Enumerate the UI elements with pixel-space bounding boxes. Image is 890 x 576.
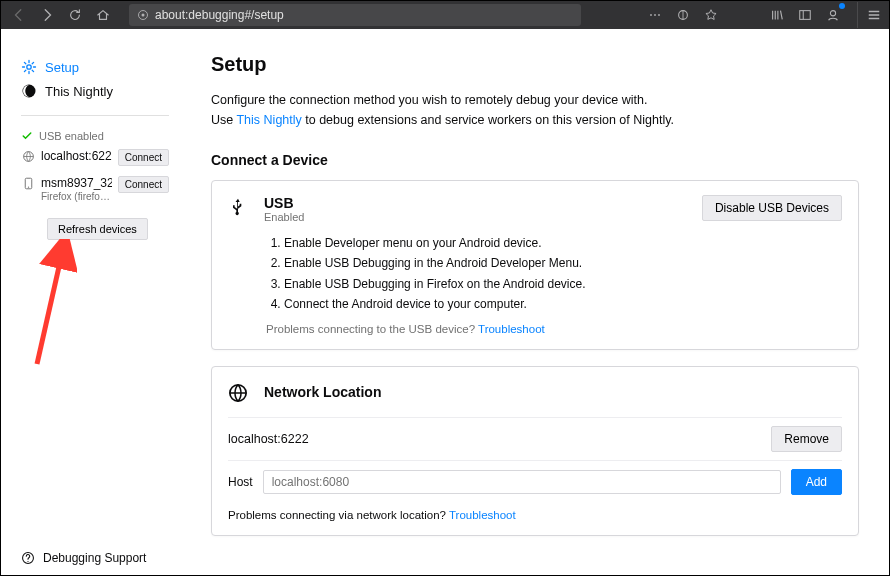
svg-rect-3 bbox=[800, 11, 811, 20]
globe-icon bbox=[228, 381, 250, 403]
usb-troubleshoot-link[interactable]: Troubleshoot bbox=[478, 323, 545, 335]
usb-status-text: USB enabled bbox=[39, 130, 104, 142]
check-icon bbox=[21, 130, 33, 142]
host-label: Host bbox=[228, 475, 253, 489]
disable-usb-button[interactable]: Disable USB Devices bbox=[702, 195, 842, 221]
device-name: msm8937_32go bbox=[41, 176, 112, 190]
debugging-support-link[interactable]: Debugging Support bbox=[21, 551, 146, 565]
url-bar[interactable]: about:debugging#/setup bbox=[129, 4, 581, 26]
library-icon[interactable] bbox=[767, 5, 787, 25]
usb-step: Connect the Android device to your compu… bbox=[284, 294, 842, 314]
back-button[interactable] bbox=[7, 3, 31, 27]
sidebar-item-nightly[interactable]: This Nightly bbox=[21, 79, 169, 103]
toolbar-right: ⋯ bbox=[645, 2, 883, 28]
reader-icon[interactable] bbox=[673, 5, 693, 25]
reload-button[interactable] bbox=[63, 3, 87, 27]
bookmark-star-icon[interactable] bbox=[701, 5, 721, 25]
usb-step: Enable USB Debugging in the Android Deve… bbox=[284, 253, 842, 273]
intro-text: Configure the connection method you wish… bbox=[211, 90, 859, 130]
svg-point-5 bbox=[27, 65, 31, 69]
sidebar-divider bbox=[21, 115, 169, 116]
main-content: Setup Configure the connection method yo… bbox=[181, 29, 889, 576]
help-icon bbox=[21, 551, 35, 565]
network-add-row: Host Add bbox=[228, 460, 842, 503]
network-title: Network Location bbox=[264, 384, 842, 400]
usb-sub: Enabled bbox=[264, 211, 688, 223]
forward-button[interactable] bbox=[35, 3, 59, 27]
browser-toolbar: about:debugging#/setup ⋯ bbox=[1, 1, 889, 29]
usb-footnote: Problems connecting to the USB device? T… bbox=[266, 323, 842, 335]
svg-point-4 bbox=[830, 11, 835, 16]
usb-step: Enable Developer menu on your Android de… bbox=[284, 233, 842, 253]
network-host: localhost:6222 bbox=[228, 432, 761, 446]
sidebar: Setup This Nightly USB enabled localhost… bbox=[1, 29, 181, 576]
this-nightly-link[interactable]: This Nightly bbox=[236, 113, 301, 127]
network-card: Network Location localhost:6222 Remove H… bbox=[211, 366, 859, 536]
phone-icon bbox=[21, 176, 35, 190]
connect-heading: Connect a Device bbox=[211, 152, 859, 168]
globe-icon bbox=[21, 149, 35, 163]
sidebar-device-localhost[interactable]: localhost:6222 Connect bbox=[21, 144, 169, 171]
network-troubleshoot-link[interactable]: Troubleshoot bbox=[449, 509, 516, 521]
firefox-icon bbox=[137, 9, 149, 21]
remove-location-button[interactable]: Remove bbox=[771, 426, 842, 452]
svg-line-10 bbox=[37, 249, 63, 364]
device-sub: Firefox (firefox-debugge… bbox=[41, 191, 112, 203]
svg-point-1 bbox=[142, 14, 145, 17]
network-footnote: Problems connecting via network location… bbox=[228, 509, 842, 521]
usb-title: USB bbox=[264, 195, 688, 211]
network-location-row: localhost:6222 Remove bbox=[228, 417, 842, 460]
svg-point-12 bbox=[27, 561, 28, 562]
url-text: about:debugging#/setup bbox=[155, 8, 284, 22]
usb-steps: Enable Developer menu on your Android de… bbox=[266, 233, 842, 315]
refresh-devices-button[interactable]: Refresh devices bbox=[47, 218, 148, 240]
connect-button[interactable]: Connect bbox=[118, 176, 169, 193]
usb-icon bbox=[228, 195, 250, 217]
add-location-button[interactable]: Add bbox=[791, 469, 842, 495]
svg-point-9 bbox=[27, 187, 28, 188]
usb-status-row: USB enabled bbox=[21, 128, 169, 144]
home-button[interactable] bbox=[91, 3, 115, 27]
support-label: Debugging Support bbox=[43, 551, 146, 565]
hamburger-menu[interactable] bbox=[857, 2, 883, 28]
connect-button[interactable]: Connect bbox=[118, 149, 169, 166]
sidebar-nightly-label: This Nightly bbox=[45, 84, 113, 99]
sidebar-setup-label: Setup bbox=[45, 60, 79, 75]
sidebar-toggle-icon[interactable] bbox=[795, 5, 815, 25]
host-input[interactable] bbox=[263, 470, 781, 494]
sidebar-item-setup[interactable]: Setup bbox=[21, 55, 169, 79]
usb-step: Enable USB Debugging in Firefox on the A… bbox=[284, 274, 842, 294]
gear-icon bbox=[21, 59, 37, 75]
annotation-arrow bbox=[17, 239, 77, 369]
device-name: localhost:6222 bbox=[41, 149, 112, 163]
usb-card: USB Enabled Disable USB Devices Enable D… bbox=[211, 180, 859, 350]
more-icon[interactable]: ⋯ bbox=[645, 5, 665, 25]
page-title: Setup bbox=[211, 53, 859, 76]
nightly-icon bbox=[21, 83, 37, 99]
account-icon[interactable] bbox=[823, 5, 843, 25]
sidebar-device-msm8937[interactable]: msm8937_32go Firefox (firefox-debugge… C… bbox=[21, 171, 169, 208]
